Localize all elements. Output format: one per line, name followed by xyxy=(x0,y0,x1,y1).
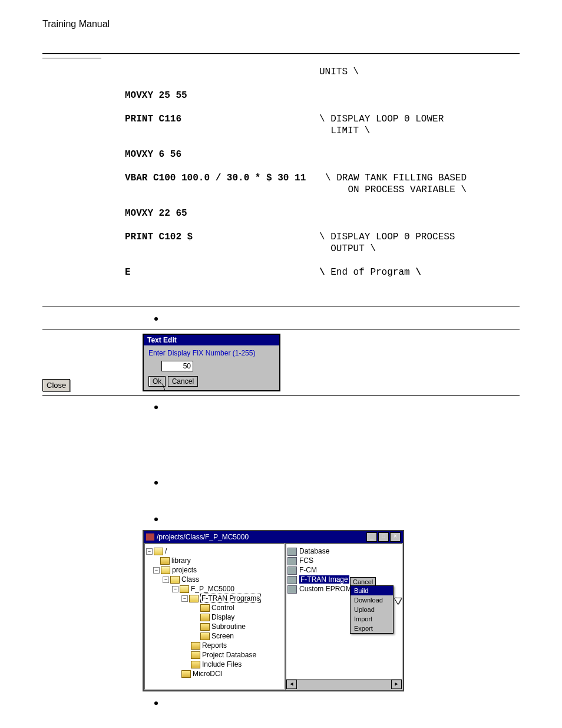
menu-item-upload[interactable]: Upload xyxy=(351,605,393,614)
project-item-list[interactable]: Database FCS F-CM F-TRAN Image Custom EP… xyxy=(285,543,403,690)
project-title-text: /projects/Class/F_P_MC5000 xyxy=(157,533,366,541)
bullet-icon xyxy=(154,481,158,485)
bullet-icon xyxy=(154,406,158,409)
tree-node[interactable]: F-TRAN Programs xyxy=(200,594,261,603)
database-icon xyxy=(287,548,297,556)
file-icon xyxy=(287,576,297,584)
text-edit-titlebar: Text Edit xyxy=(144,335,279,345)
menu-item-export[interactable]: Export xyxy=(351,624,393,633)
expander-icon[interactable]: − xyxy=(172,586,178,592)
folder-icon xyxy=(191,642,200,650)
eprom-icon xyxy=(287,585,297,594)
horizontal-scrollbar[interactable]: ◄ ► xyxy=(286,679,402,689)
tree-node[interactable]: Include Files xyxy=(202,660,242,668)
tree-node[interactable]: Reports xyxy=(202,641,227,650)
tree-node[interactable]: MicroDCI xyxy=(193,670,222,678)
tree-node-root[interactable]: / xyxy=(165,547,167,555)
list-item-selected[interactable]: F-TRAN Image xyxy=(299,575,349,584)
folder-icon xyxy=(200,623,210,631)
scroll-left-button[interactable]: ◄ xyxy=(286,680,297,689)
list-item[interactable]: F-CM xyxy=(299,566,317,574)
tree-node[interactable]: Display xyxy=(211,613,234,621)
margin-short-rule xyxy=(42,58,101,58)
menu-item-import[interactable]: Import xyxy=(351,614,393,624)
folder-icon xyxy=(200,633,210,640)
expander-icon[interactable]: − xyxy=(181,595,188,602)
folder-icon xyxy=(191,661,200,668)
page-header: Training Manual xyxy=(42,19,520,29)
expander-icon[interactable]: − xyxy=(163,577,169,583)
scroll-right-button[interactable]: ► xyxy=(391,680,402,689)
list-item[interactable]: Custom EPROM xyxy=(299,585,352,593)
code-listing: UNITS \ MOVXY 25 55 PRINT C116\ DISPLAY … xyxy=(125,54,520,302)
bullet-icon xyxy=(154,317,158,321)
folder-icon xyxy=(181,670,191,678)
folder-icon xyxy=(191,651,200,659)
tree-node[interactable]: Subroutine xyxy=(211,622,246,631)
close-button[interactable]: Close xyxy=(42,379,70,391)
text-edit-prompt: Enter Display FIX Number (1-255) xyxy=(148,349,275,357)
fcm-icon xyxy=(287,566,297,575)
bullet-icon xyxy=(154,518,158,521)
expander-icon[interactable]: − xyxy=(153,567,160,574)
fix-number-input[interactable] xyxy=(161,361,193,371)
tree-node[interactable]: projects xyxy=(172,566,197,574)
tree-node-selected[interactable]: F_P_MC5000 xyxy=(191,584,234,594)
folder-open-icon xyxy=(161,566,170,574)
tree-node[interactable]: library xyxy=(171,556,191,565)
expander-icon[interactable]: − xyxy=(146,548,153,555)
close-window-button[interactable]: × xyxy=(390,532,401,542)
folder-icon xyxy=(200,604,210,612)
tree-node[interactable]: Project Database xyxy=(202,651,256,659)
text-edit-dialog: Text Edit Enter Display FIX Number (1-25… xyxy=(143,334,280,391)
project-tree[interactable]: −/ library −projects −Class −F_P_MC5000 … xyxy=(144,543,285,690)
tree-node[interactable]: Class xyxy=(181,575,199,584)
list-item[interactable]: FCS xyxy=(299,556,313,565)
tree-node[interactable]: Screen xyxy=(211,632,234,640)
cancel-button[interactable]: Cancel xyxy=(168,376,198,387)
project-window: /projects/Class/F_P_MC5000 _ □ × −/ libr… xyxy=(143,530,404,691)
menu-item-download[interactable]: Download xyxy=(351,595,393,605)
bullet-icon xyxy=(154,701,158,705)
folder-open-icon xyxy=(170,576,180,584)
menu-item-build[interactable]: Build xyxy=(351,586,393,595)
folder-open-icon xyxy=(189,595,199,602)
list-item[interactable]: Database xyxy=(299,547,329,555)
tree-node[interactable]: Control xyxy=(211,604,234,612)
project-titlebar[interactable]: /projects/Class/F_P_MC5000 _ □ × xyxy=(144,531,403,543)
folder-icon xyxy=(200,614,210,621)
minimize-button[interactable]: _ xyxy=(366,532,377,542)
folder-open-icon xyxy=(180,585,189,593)
maximize-button[interactable]: □ xyxy=(378,532,389,542)
context-menu: Build Download Upload Import Export xyxy=(350,585,394,634)
app-icon xyxy=(146,533,154,541)
fcs-icon xyxy=(287,557,297,565)
folder-open-icon xyxy=(154,548,163,555)
folder-icon xyxy=(160,557,170,565)
